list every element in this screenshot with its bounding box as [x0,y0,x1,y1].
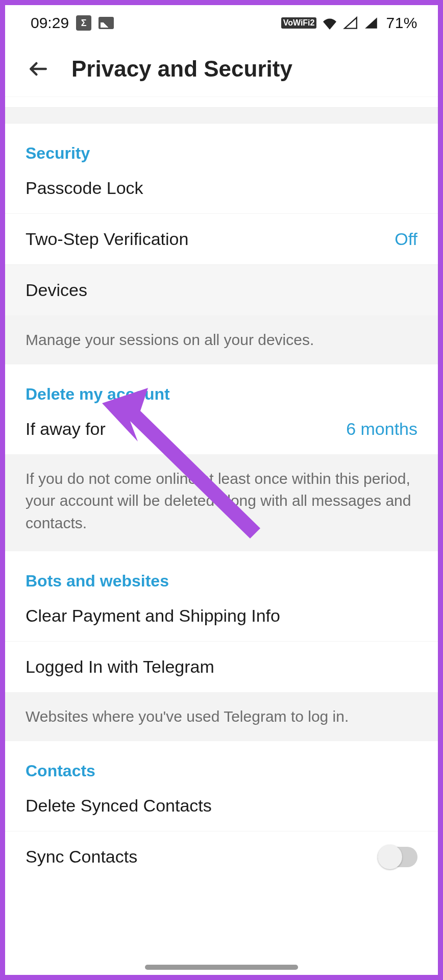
two-step-value: Off [395,229,417,249]
wifi-icon [322,16,338,30]
signal-full-icon: x [363,16,379,30]
app-bar: Privacy and Security [5,41,438,97]
status-time: 09:29 [31,14,69,32]
passcode-lock-label: Passcode Lock [26,178,143,198]
section-header-bots: Bots and websites [5,551,438,591]
if-away-label: If away for [26,419,106,439]
devices-label: Devices [26,280,87,300]
gesture-bar [145,965,298,970]
back-button[interactable] [20,51,56,87]
sync-contacts-label: Sync Contacts [26,847,137,867]
bots-info: Websites where you've used Telegram to l… [5,692,438,741]
logged-in-label: Logged In with Telegram [26,657,214,677]
delete-synced-label: Delete Synced Contacts [26,796,212,816]
section-header-security: Security [5,124,438,163]
two-step-label: Two-Step Verification [26,229,188,249]
signal-empty-icon [343,16,358,30]
battery-text: 71% [386,14,417,32]
sync-contacts-toggle[interactable] [378,847,417,867]
arrow-left-icon [27,58,50,80]
svg-text:x: x [367,17,371,24]
if-away-value: 6 months [346,419,417,439]
section-header-delete: Delete my account [5,364,438,404]
passcode-lock-row[interactable]: Passcode Lock [5,163,438,213]
clear-payment-row[interactable]: Clear Payment and Shipping Info [5,591,438,641]
gallery-app-icon [99,17,114,29]
devices-info: Manage your sessions on all your devices… [5,315,438,364]
vowifi-icon: VoWiFi2 [281,17,317,29]
delete-synced-row[interactable]: Delete Synced Contacts [5,780,438,831]
section-header-contacts: Contacts [5,741,438,780]
section-divider [5,107,438,124]
toggle-knob [378,845,402,869]
sigma-app-icon: Σ [76,15,91,31]
if-away-row[interactable]: If away for 6 months [5,404,438,454]
logged-in-row[interactable]: Logged In with Telegram [5,641,438,692]
clear-payment-label: Clear Payment and Shipping Info [26,606,280,626]
page-title: Privacy and Security [71,56,292,82]
two-step-row[interactable]: Two-Step Verification Off [5,213,438,264]
status-bar: 09:29 Σ VoWiFi2 x 71% [5,5,438,41]
sync-contacts-row[interactable]: Sync Contacts [5,831,438,883]
devices-row[interactable]: Devices [5,264,438,315]
delete-info: If you do not come online at least once … [5,454,438,552]
